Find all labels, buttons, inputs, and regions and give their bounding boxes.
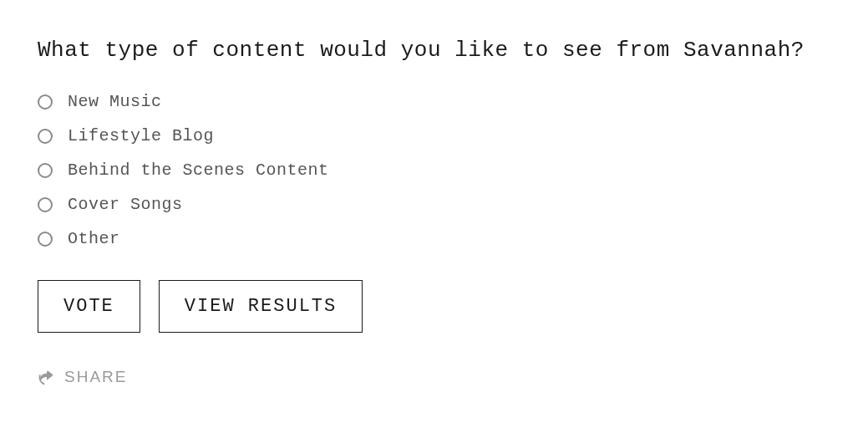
vote-button[interactable]: VOTE <box>38 280 140 333</box>
poll-option-label: Behind the Scenes Content <box>68 160 329 180</box>
poll-option-label: Cover Songs <box>68 195 183 214</box>
poll-buttons: VOTE VIEW RESULTS <box>38 280 830 333</box>
radio-icon <box>38 232 53 247</box>
poll-option-label: New Music <box>68 92 162 111</box>
poll-option[interactable]: Cover Songs <box>38 195 830 214</box>
poll-option-label: Other <box>68 229 120 248</box>
poll-option-label: Lifestyle Blog <box>68 126 214 145</box>
share-label: SHARE <box>64 368 127 386</box>
poll-option[interactable]: New Music <box>38 92 830 111</box>
radio-icon <box>38 197 53 212</box>
poll-question: What type of content would you like to s… <box>38 38 830 63</box>
share-icon <box>38 368 56 386</box>
poll-option[interactable]: Lifestyle Blog <box>38 126 830 145</box>
view-results-button[interactable]: VIEW RESULTS <box>159 280 363 333</box>
radio-icon <box>38 163 53 178</box>
share-link[interactable]: SHARE <box>38 368 830 386</box>
poll-option[interactable]: Behind the Scenes Content <box>38 160 830 180</box>
poll-option[interactable]: Other <box>38 229 830 248</box>
radio-icon <box>38 94 53 110</box>
radio-icon <box>38 129 53 144</box>
poll-options: New Music Lifestyle Blog Behind the Scen… <box>38 92 830 248</box>
